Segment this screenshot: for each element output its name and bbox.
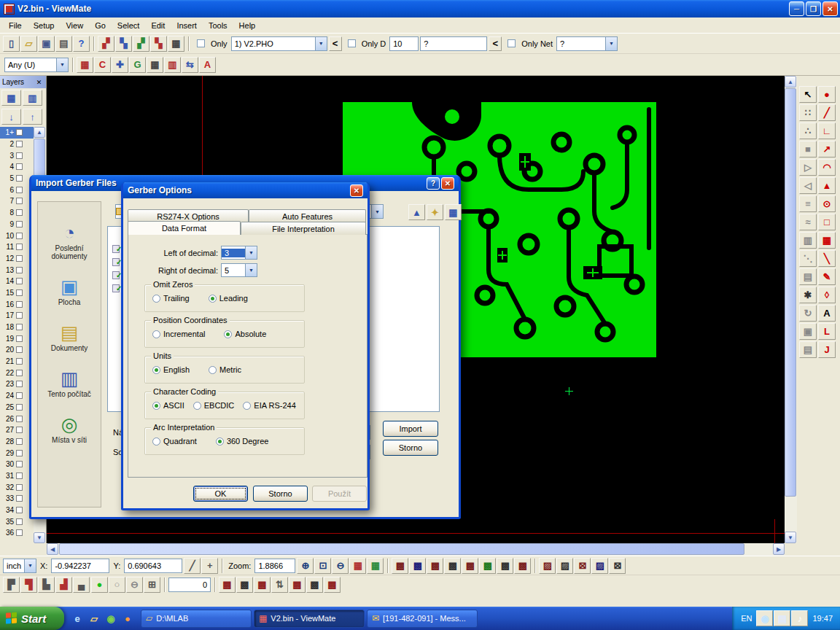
layer-visible-checkbox[interactable] xyxy=(16,518,23,525)
cancel-button[interactable]: Storno xyxy=(383,440,438,456)
taskbar-task-v2-bin-viewmate[interactable]: ▦V2.bin - ViewMate xyxy=(254,610,365,628)
dots3-icon[interactable]: ⋱ xyxy=(799,250,817,267)
corner-1-icon[interactable]: ▛ xyxy=(3,577,20,593)
scroll-up-icon[interactable]: ▲ xyxy=(785,76,796,88)
layer-visible-checkbox[interactable] xyxy=(16,187,23,193)
radio-icon[interactable] xyxy=(152,402,160,410)
layer-down-button[interactable]: ↓ xyxy=(1,109,21,125)
corner-3-icon[interactable]: ▙ xyxy=(38,577,55,593)
layer-visible-checkbox[interactable] xyxy=(16,346,23,353)
place-desktop[interactable]: ▣Plocha xyxy=(40,276,98,306)
line-icon[interactable]: ╱ xyxy=(818,104,836,121)
scroll-right-icon[interactable]: ▶ xyxy=(773,543,785,555)
close-button[interactable]: ✕ xyxy=(441,177,454,190)
erase-icon[interactable]: ◊ xyxy=(818,287,836,303)
layer-up-button[interactable]: ↑ xyxy=(23,109,42,125)
grid-dots-icon[interactable]: ∴ xyxy=(799,122,817,139)
probe-icon[interactable]: ⊖ xyxy=(126,577,143,593)
net-select[interactable]: ?▼ xyxy=(556,36,618,51)
layer-visible-checkbox[interactable] xyxy=(16,381,23,387)
help-button[interactable]: ? xyxy=(427,177,440,190)
wave-icon[interactable]: ≈ xyxy=(799,214,817,230)
start-button[interactable]: Start xyxy=(0,607,64,630)
letter-c-icon[interactable]: C xyxy=(94,57,111,73)
zoom-window-icon[interactable]: ⊡ xyxy=(314,558,331,574)
prev-dcode-button[interactable]: < xyxy=(489,36,502,51)
pads-icon[interactable]: ∷ xyxy=(799,104,817,121)
count-field[interactable]: 0 xyxy=(168,578,211,592)
scroll-left-icon[interactable]: ◀ xyxy=(47,543,58,555)
layer-row-3[interactable]: 3 xyxy=(0,149,34,161)
scroll-thumb[interactable] xyxy=(59,543,744,555)
clock[interactable]: 19:47 xyxy=(812,614,833,623)
place-documents[interactable]: ▤Dokumenty xyxy=(40,322,98,352)
units-select[interactable]: inch▼ xyxy=(3,559,36,573)
layer-visible-checkbox[interactable] xyxy=(16,312,23,319)
layer-list-button[interactable]: ▥ xyxy=(23,90,42,106)
layer-visible-checkbox[interactable] xyxy=(16,392,23,399)
radio-absolute[interactable]: Absolute xyxy=(224,330,266,338)
menu-go[interactable]: Go xyxy=(89,20,112,31)
radio-ebcdic[interactable]: EBCDIC xyxy=(193,401,235,410)
move-icon[interactable]: ✚ xyxy=(112,57,128,73)
rotate-icon[interactable]: ↻ xyxy=(799,305,817,322)
aperture-rows-icon[interactable]: ▚ xyxy=(115,36,132,52)
shield-icon[interactable]: ◉ xyxy=(104,611,118,626)
layer-visible-checkbox[interactable] xyxy=(16,507,23,513)
pad-array-7-icon[interactable]: ▩ xyxy=(497,558,513,574)
columns-icon[interactable]: ▥ xyxy=(799,232,817,249)
chevron-down-icon[interactable]: ▼ xyxy=(24,559,36,572)
tray-app-icon[interactable]: ◉ xyxy=(756,610,773,626)
pad-array-6-icon[interactable]: ▩ xyxy=(479,558,496,574)
layer-visible-checkbox[interactable] xyxy=(16,175,23,182)
zoom-field[interactable]: 1.8866 xyxy=(254,559,295,573)
tab-auto-features[interactable]: Auto Features xyxy=(249,209,366,222)
corner-2-icon[interactable]: ▜ xyxy=(20,577,37,593)
pad-array-1-icon[interactable]: ▩ xyxy=(392,558,408,574)
layer-row-2[interactable]: 2 xyxy=(0,139,34,150)
language-indicator[interactable]: EN xyxy=(741,614,752,623)
tab-file-interpretation[interactable]: File Interpretation xyxy=(241,222,366,235)
radio-icon[interactable] xyxy=(224,330,232,338)
zoom-in-icon[interactable]: ⊕ xyxy=(297,558,314,574)
dot-grid-3-icon[interactable]: ▩ xyxy=(254,577,271,593)
dot-grid-6-icon[interactable]: ▩ xyxy=(324,577,341,593)
circle-pad-icon[interactable]: ⊙ xyxy=(818,195,836,212)
chevron-down-icon[interactable]: ▼ xyxy=(245,264,257,276)
layer-visible-checkbox[interactable] xyxy=(16,358,23,365)
volume-icon[interactable]: ♪ xyxy=(791,610,808,626)
pad-array-2-icon[interactable]: ▩ xyxy=(409,558,426,574)
layer-visible-checkbox[interactable] xyxy=(16,289,23,296)
radio-icon[interactable] xyxy=(193,402,201,410)
prev-layer-button[interactable]: < xyxy=(329,36,342,51)
x-coordinate-field[interactable]: -0.942237 xyxy=(51,559,109,573)
radio-icon[interactable] xyxy=(152,438,160,446)
select-grid-icon[interactable]: ▦ xyxy=(77,57,93,73)
tab-data-format[interactable]: Data Format xyxy=(128,221,241,235)
letter-j-icon[interactable]: J xyxy=(818,341,836,358)
layer-visible-checkbox[interactable] xyxy=(16,461,23,467)
pad-array-3-icon[interactable]: ▩ xyxy=(427,558,443,574)
layer-visible-checkbox[interactable] xyxy=(16,198,23,204)
box-icon[interactable]: ▣ xyxy=(799,323,817,340)
only-net-checkbox[interactable] xyxy=(508,39,516,47)
vertical-scrollbar[interactable]: ▲ ▼ xyxy=(785,76,797,543)
chevron-down-icon[interactable]: ▼ xyxy=(56,58,68,71)
letter-a-icon[interactable]: A xyxy=(199,57,216,73)
aperture-mix-icon[interactable]: ▚ xyxy=(150,36,167,52)
layer-visible-checkbox[interactable] xyxy=(16,495,23,502)
scroll-thumb[interactable] xyxy=(785,88,796,497)
menu-tools[interactable]: Tools xyxy=(203,20,233,31)
menu-insert[interactable]: Insert xyxy=(171,20,203,31)
play-icon[interactable]: ▷ xyxy=(799,159,817,176)
arc-icon[interactable]: ◠ xyxy=(818,159,836,176)
close-button[interactable]: ✕ xyxy=(822,1,838,16)
rect-icon[interactable]: □ xyxy=(818,214,836,230)
flip-icon[interactable]: ◁ xyxy=(799,177,817,194)
horizontal-scrollbar[interactable]: ◀ ▶ xyxy=(47,543,785,556)
grid-red-icon[interactable]: ▦ xyxy=(349,558,366,574)
chevron-down-icon[interactable]: ▼ xyxy=(605,37,617,50)
place-network[interactable]: ◎Místa v síti xyxy=(40,414,98,444)
layer-visible-checkbox[interactable] xyxy=(16,472,23,479)
origin-icon[interactable]: + xyxy=(201,558,218,574)
